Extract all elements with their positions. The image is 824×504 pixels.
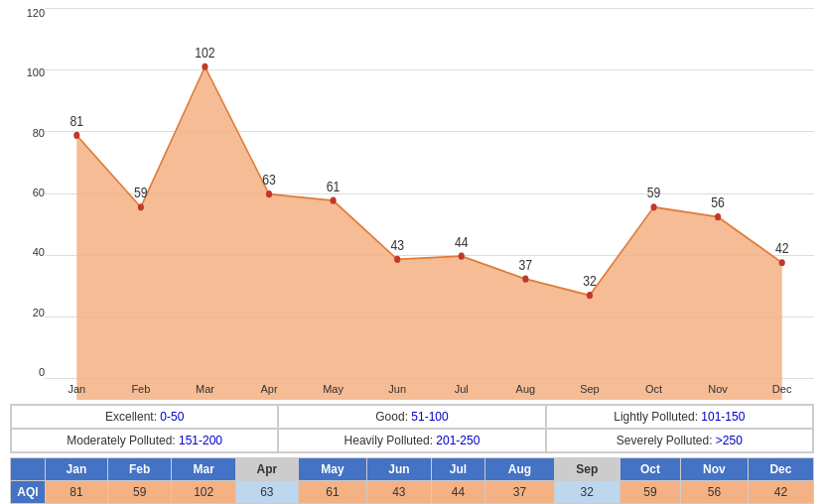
dot-may	[331, 197, 337, 204]
x-label-jul: Jul	[429, 383, 493, 395]
x-label-dec: Dec	[750, 383, 814, 395]
table-header-sep: Sep	[554, 458, 619, 481]
table-header-nov: Nov	[681, 458, 749, 481]
legend-good: Good: 51-100	[278, 405, 545, 429]
dot-apr	[266, 190, 272, 197]
dot-sep	[587, 292, 593, 299]
x-label-may: May	[301, 383, 365, 395]
dot-mar	[202, 63, 207, 70]
table-header-may: May	[298, 458, 366, 481]
y-label-20: 20	[10, 308, 45, 318]
table-val-nov: 56	[681, 481, 749, 504]
x-axis: Jan Feb Mar Apr May Jun Jul Aug Sep Oct …	[45, 378, 814, 400]
dot-jan	[73, 132, 79, 139]
value-label-feb: 59	[134, 185, 148, 200]
table-val-aug: 37	[485, 481, 554, 504]
table-header-jan: Jan	[46, 458, 108, 481]
y-label-40: 40	[10, 247, 45, 258]
x-label-nov: Nov	[686, 383, 751, 395]
legend-excellent: Excellent: 0-50	[11, 405, 278, 429]
table-val-jul: 44	[431, 481, 485, 504]
dot-oct	[650, 203, 656, 210]
y-label-60: 60	[10, 188, 45, 198]
x-label-oct: Oct	[621, 383, 686, 395]
x-label-mar: Mar	[173, 383, 237, 395]
value-label-jun: 43	[390, 237, 404, 253]
chart-area: 120 100 80 60 40 20 0	[10, 8, 814, 400]
legend-section: Excellent: 0-50 Good: 51-100 Lightly Pol…	[10, 404, 814, 453]
value-label-aug: 37	[519, 257, 533, 273]
y-axis: 120 100 80 60 40 20 0	[10, 8, 45, 400]
y-label-0: 0	[10, 367, 45, 378]
x-label-jun: Jun	[365, 383, 430, 395]
value-label-sep: 32	[583, 273, 597, 289]
area-chart-svg: 8159102636143443732595642	[45, 8, 814, 400]
value-label-apr: 63	[262, 172, 276, 188]
table-header-jun: Jun	[367, 458, 432, 481]
y-label-120: 120	[10, 8, 45, 19]
table-val-feb: 59	[107, 481, 172, 504]
chart-container: 120 100 80 60 40 20 0	[0, 0, 824, 504]
table-val-may: 61	[298, 481, 366, 504]
dot-jun	[394, 256, 400, 263]
data-table: Jan Feb Mar Apr May Jun Jul Aug Sep Oct …	[10, 457, 814, 504]
table-header-feb: Feb	[107, 458, 172, 481]
value-label-may: 61	[327, 179, 341, 194]
table-val-dec: 42	[748, 481, 813, 504]
legend-lightly: Lightly Polluted: 101-150	[546, 405, 813, 429]
x-label-feb: Feb	[109, 383, 174, 395]
table-header-apr: Apr	[235, 458, 298, 481]
table-corner	[11, 458, 46, 481]
legend-severely: Severely Polluted: >250	[546, 429, 813, 452]
dot-aug	[522, 276, 528, 283]
x-label-sep: Sep	[558, 383, 622, 395]
x-label-jan: Jan	[45, 383, 109, 395]
legend-heavily: Heavily Polluted: 201-250	[278, 429, 545, 452]
table-header-aug: Aug	[485, 458, 554, 481]
dot-dec	[779, 259, 785, 266]
value-label-jan: 81	[69, 113, 83, 129]
value-label-jul: 44	[455, 234, 469, 250]
table-val-mar: 102	[172, 481, 236, 504]
table-header-jul: Jul	[431, 458, 485, 481]
value-label-oct: 59	[647, 185, 661, 200]
y-label-80: 80	[10, 128, 45, 139]
table-val-jan: 81	[46, 481, 108, 504]
table-val-apr: 63	[235, 481, 298, 504]
dot-feb	[138, 203, 144, 210]
value-label-nov: 56	[711, 194, 725, 210]
value-label-dec: 42	[775, 240, 789, 256]
y-label-100: 100	[10, 67, 45, 78]
table-val-oct: 59	[619, 481, 680, 504]
dot-jul	[459, 253, 465, 260]
value-label-mar: 102	[195, 45, 214, 61]
table-val-jun: 43	[367, 481, 432, 504]
table-val-sep: 32	[554, 481, 619, 504]
legend-moderately: Moderately Polluted: 151-200	[11, 429, 278, 452]
table-row-label: AQI	[11, 481, 46, 504]
table-header-mar: Mar	[172, 458, 236, 481]
x-label-aug: Aug	[493, 383, 558, 395]
x-label-apr: Apr	[237, 383, 302, 395]
table-header-oct: Oct	[619, 458, 680, 481]
dot-nov	[715, 213, 721, 220]
table-header-dec: Dec	[748, 458, 813, 481]
chart-plot: 8159102636143443732595642 Jan Feb Mar Ap…	[45, 8, 814, 400]
